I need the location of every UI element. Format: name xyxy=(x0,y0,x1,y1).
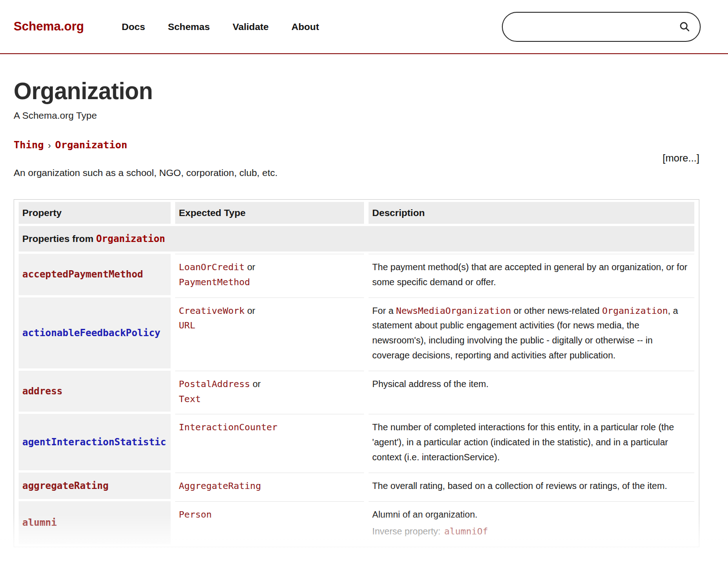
expected-type-line: URL xyxy=(179,318,359,333)
table-header-row: Property Expected Type Description xyxy=(19,202,694,224)
expected-type-link[interactable]: CreativeWork xyxy=(179,305,245,316)
description-cell: Alumni of an organization.Inverse proper… xyxy=(369,501,694,545)
site-header: Schema.org Docs Schemas Validate About xyxy=(0,0,728,54)
inverse-property-link[interactable]: alumniOf xyxy=(444,526,488,537)
description-cell: The payment method(s) that are accepted … xyxy=(369,254,694,295)
table-row: addressPostalAddress orTextPhysical addr… xyxy=(19,371,694,412)
expected-type-cell: Person xyxy=(175,501,364,545)
expected-type-cell: InteractionCounter xyxy=(175,414,364,470)
section-label: Properties from xyxy=(22,233,93,244)
property-cell: agentInteractionStatistic xyxy=(19,414,171,470)
description-type-link[interactable]: NewsMediaOrganization xyxy=(396,305,511,316)
nav-item-docs[interactable]: Docs xyxy=(122,21,145,32)
properties-table: Property Expected Type Description Prope… xyxy=(14,199,699,547)
breadcrumb-separator: › xyxy=(44,140,55,150)
properties-table-body: Properties from Organization acceptedPay… xyxy=(19,226,694,544)
description-text: Physical address of the item. xyxy=(372,377,690,392)
description-cell: For a NewsMediaOrganization or other new… xyxy=(369,297,694,368)
property-link[interactable]: aggregateRating xyxy=(22,480,109,491)
inverse-property-line: Inverse property:alumniOf xyxy=(372,524,690,539)
logo-link[interactable]: Schema.org xyxy=(14,20,84,34)
table-row: actionableFeedbackPolicyCreativeWork orU… xyxy=(19,297,694,368)
property-link[interactable]: alumni xyxy=(22,517,57,528)
property-cell: actionableFeedbackPolicy xyxy=(19,297,171,368)
inverse-property-label: Inverse property: xyxy=(372,526,440,536)
description-cell: The overall rating, based on a collectio… xyxy=(369,473,694,499)
description-cell: The number of completed interactions for… xyxy=(369,414,694,470)
property-cell: aggregateRating xyxy=(19,473,171,499)
expected-type-line: PostalAddress or xyxy=(179,377,359,392)
nav-item-about[interactable]: About xyxy=(292,21,319,32)
expected-type-link[interactable]: PaymentMethod xyxy=(179,277,250,287)
or-text: or xyxy=(245,306,255,316)
breadcrumb-link-thing[interactable]: Thing xyxy=(14,139,44,151)
expected-type-link[interactable]: PostalAddress xyxy=(179,378,250,389)
expected-type-link[interactable]: AggregateRating xyxy=(179,480,261,491)
table-row: aggregateRatingAggregateRatingThe overal… xyxy=(19,473,694,499)
expected-type-cell: LoanOrCredit orPaymentMethod xyxy=(175,254,364,295)
breadcrumb-link-organization[interactable]: Organization xyxy=(55,139,127,151)
property-link[interactable]: acceptedPaymentMethod xyxy=(22,269,143,280)
property-link[interactable]: address xyxy=(22,386,63,397)
description-text: The overall rating, based on a collectio… xyxy=(372,478,690,494)
expected-type-line: CreativeWork or xyxy=(179,303,359,318)
description-text: The number of completed interactions for… xyxy=(372,420,690,464)
expected-type-link[interactable]: URL xyxy=(179,320,195,331)
or-text: or xyxy=(245,262,255,272)
expected-type-line: PaymentMethod xyxy=(179,275,359,290)
property-cell: alumni xyxy=(19,501,171,545)
search-icon xyxy=(678,20,691,33)
expected-type-link[interactable]: Text xyxy=(179,393,201,404)
search-box[interactable] xyxy=(502,12,701,42)
section-cell: Properties from Organization xyxy=(19,226,694,252)
description-text: For a NewsMediaOrganization or other new… xyxy=(372,303,690,363)
expected-type-link[interactable]: Person xyxy=(179,509,212,520)
col-header-description: Description xyxy=(369,202,694,224)
or-text: or xyxy=(250,379,261,389)
expected-type-cell: AggregateRating xyxy=(175,473,364,499)
main-nav: Docs Schemas Validate About xyxy=(122,21,319,32)
col-header-property: Property xyxy=(19,202,171,224)
property-cell: acceptedPaymentMethod xyxy=(19,254,171,295)
expected-type-link[interactable]: InteractionCounter xyxy=(179,422,278,433)
table-row: agentInteractionStatisticInteractionCoun… xyxy=(19,414,694,470)
expected-type-link[interactable]: LoanOrCredit xyxy=(179,262,245,272)
type-description: An organization such as a school, NGO, c… xyxy=(14,167,699,178)
more-link[interactable]: [more...] xyxy=(662,152,699,164)
main-content: Organization A Schema.org Type Thing›Org… xyxy=(0,78,728,547)
col-header-expected-type: Expected Type xyxy=(175,202,364,224)
expected-type-line: InteractionCounter xyxy=(179,420,359,435)
property-cell: address xyxy=(19,371,171,412)
page-subtitle: A Schema.org Type xyxy=(14,110,699,121)
property-link[interactable]: agentInteractionStatistic xyxy=(22,437,166,448)
section-type-link[interactable]: Organization xyxy=(96,233,165,244)
search-button[interactable] xyxy=(678,20,691,33)
description-text: The payment method(s) that are accepted … xyxy=(372,260,690,290)
description-cell: Physical address of the item. xyxy=(369,371,694,412)
description-type-link[interactable]: Organization xyxy=(602,305,668,316)
property-link[interactable]: actionableFeedbackPolicy xyxy=(22,327,160,338)
table-row: alumniPersonAlumni of an organization.In… xyxy=(19,501,694,545)
section-row: Properties from Organization xyxy=(19,226,694,252)
nav-item-schemas[interactable]: Schemas xyxy=(168,21,210,32)
expected-type-line: AggregateRating xyxy=(179,478,359,494)
expected-type-line: Person xyxy=(179,507,359,522)
description-text: Alumni of an organization. xyxy=(372,507,690,522)
table-row: acceptedPaymentMethodLoanOrCredit orPaym… xyxy=(19,254,694,295)
more-row: [more...] xyxy=(14,152,699,164)
nav-item-validate[interactable]: Validate xyxy=(233,21,268,32)
breadcrumb: Thing›Organization xyxy=(14,139,699,151)
expected-type-cell: PostalAddress orText xyxy=(175,371,364,412)
search-input[interactable] xyxy=(515,21,678,32)
expected-type-line: LoanOrCredit or xyxy=(179,260,359,275)
expected-type-line: Text xyxy=(179,392,359,407)
expected-type-cell: CreativeWork orURL xyxy=(175,297,364,368)
page-title: Organization xyxy=(14,78,699,105)
